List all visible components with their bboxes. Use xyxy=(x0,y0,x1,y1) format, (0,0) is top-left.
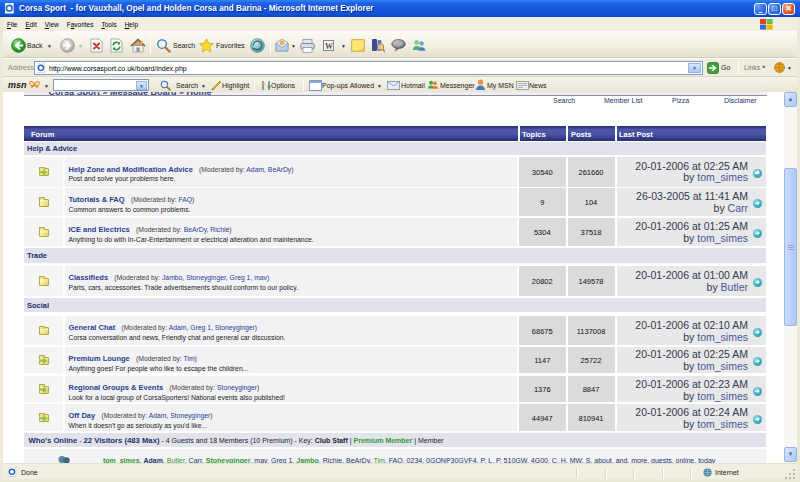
svg-text:W: W xyxy=(325,42,333,51)
